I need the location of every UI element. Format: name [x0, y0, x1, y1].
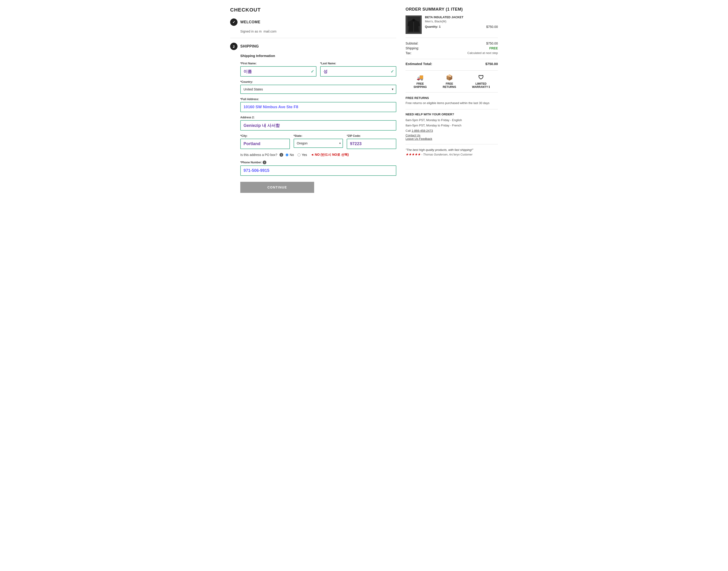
- first-name-input[interactable]: [240, 66, 316, 77]
- page-title: CHECKOUT: [230, 7, 396, 13]
- shipping-section-subtitle: Shipping Information: [240, 54, 396, 58]
- testimonial-quote: "The best high quality products, with fa…: [406, 148, 498, 152]
- last-name-label: *Last Name:: [320, 62, 396, 65]
- shipping-step-title: SHIPPING: [240, 44, 259, 48]
- city-wrapper: [240, 139, 290, 149]
- free-returns-perk-label: FREE RETURNS: [443, 82, 456, 89]
- address-group: *Full Address:: [240, 98, 396, 112]
- shipping-value: FREE: [489, 46, 498, 50]
- signed-in-row: Signed in as m mail.com: [240, 29, 396, 33]
- country-select[interactable]: United States Canada United Kingdom: [240, 85, 396, 94]
- po-box-info-icon[interactable]: i: [280, 153, 283, 157]
- tax-row: Tax: Calculated at next step: [406, 51, 498, 55]
- last-name-check-icon: ✓: [391, 69, 394, 74]
- shipping-label: Shipping:: [406, 46, 419, 50]
- need-help-box: NEED HELP WITH YOUR ORDER? 6am-5pm PST, …: [406, 113, 498, 144]
- section-divider: [230, 38, 396, 38]
- tax-label: Tax:: [406, 51, 412, 55]
- city-input[interactable]: [240, 139, 290, 149]
- help-line1: 6am-5pm PST, Monday to Friday - English: [406, 118, 462, 122]
- po-no-radio-item[interactable]: No: [286, 153, 294, 157]
- perks-row: 🚚 FREE SHIPPING 📦 FREE RETURNS 🛡 LIMITED…: [406, 70, 498, 93]
- perk-free-returns: 📦 FREE RETURNS: [443, 74, 456, 89]
- state-select-wrapper: Oregon California Washington New York Te…: [294, 139, 343, 148]
- product-row: BETA INSULATED JACKET Men's, Black(M) Qu…: [406, 15, 498, 38]
- address2-row: Address 2:: [240, 116, 396, 131]
- po-annotation: ◄ NO (반드시 NO로 선택): [311, 153, 349, 157]
- last-name-group: *Last Name: ✓: [320, 62, 396, 77]
- signed-in-email: mail.com: [264, 29, 277, 33]
- product-info: BETA INSULATED JACKET Men's, Black(M) Qu…: [425, 15, 498, 34]
- estimated-total-row: Estimated Total: $750.00: [406, 62, 498, 66]
- free-returns-title: FREE RETURNS: [406, 96, 498, 100]
- phone-info-icon[interactable]: i: [263, 160, 267, 164]
- country-row: *Country: United States Canada United Ki…: [240, 80, 396, 94]
- country-select-wrapper: United States Canada United Kingdom ▼: [240, 85, 396, 94]
- last-name-wrapper: ✓: [320, 66, 396, 77]
- leave-feedback-link[interactable]: Leave Us Feedback: [406, 137, 498, 140]
- welcome-step: ✓ WELCOME Signed in as m mail.com: [230, 18, 396, 33]
- left-column: CHECKOUT ✓ WELCOME Signed in as m mail.c…: [230, 7, 396, 198]
- cost-rows: Subtotal: $750.00 Shipping: FREE Tax: Ca…: [406, 41, 498, 59]
- country-label: *Country:: [240, 80, 396, 84]
- address-row: *Full Address:: [240, 98, 396, 112]
- shipping-step: 2 SHIPPING Shipping Information *First N…: [230, 43, 396, 193]
- welcome-step-header: ✓ WELCOME: [230, 18, 396, 26]
- po-yes-radio[interactable]: [298, 153, 301, 156]
- shipping-row: Shipping: FREE: [406, 46, 498, 50]
- product-qty-price: Quantity: 1 $750.00: [425, 25, 498, 29]
- po-no-radio[interactable]: [286, 153, 289, 156]
- state-select[interactable]: Oregon California Washington New York Te…: [294, 139, 343, 148]
- testimonial: "The best high quality products, with fa…: [406, 148, 498, 157]
- product-variant: Men's, Black(M): [425, 20, 498, 23]
- testimonial-stars: ★★★★★: [406, 152, 421, 156]
- welcome-step-title: WELCOME: [240, 20, 261, 24]
- address-label: *Full Address:: [240, 98, 396, 101]
- po-box-row: Is this address a PO box? i No Yes ◄ NO …: [240, 153, 396, 157]
- shipping-step-header: 2 SHIPPING: [230, 43, 396, 50]
- po-box-radio-group: No Yes ◄ NO (반드시 NO로 선택): [286, 153, 349, 157]
- limited-warranty-label: LIMITED WARRANTY ℹ: [472, 82, 490, 89]
- free-shipping-label: FREE SHIPPING: [414, 82, 427, 89]
- first-name-wrapper: ✓: [240, 66, 316, 77]
- right-column: ORDER SUMMARY (1 ITEM): [406, 7, 498, 198]
- product-name: BETA INSULATED JACKET: [425, 15, 498, 19]
- po-no-label: No: [290, 153, 294, 157]
- need-help-text: 6am-5pm PST, Monday to Friday - English …: [406, 117, 498, 134]
- estimated-total-value: $750.00: [486, 62, 498, 66]
- help-phone-prefix: Call: [406, 129, 412, 132]
- free-shipping-icon: 🚚: [417, 74, 424, 81]
- state-group: *State: Oregon California Washington New…: [294, 134, 343, 149]
- page-wrapper: CHECKOUT ✓ WELCOME Signed in as m mail.c…: [225, 0, 503, 204]
- jacket-svg: [407, 17, 420, 33]
- phone-group: *Phone Number: i: [240, 160, 396, 176]
- phone-row: *Phone Number: i: [240, 160, 396, 176]
- subtotal-row: Subtotal: $750.00: [406, 41, 498, 45]
- free-returns-box: FREE RETURNS Free returns on eligible it…: [406, 96, 498, 109]
- address-input[interactable]: [240, 102, 396, 112]
- city-group: *City:: [240, 134, 290, 149]
- testimonial-author: - Thomas Gundersen, Arc'teryx Customer: [421, 153, 473, 156]
- perk-free-shipping: 🚚 FREE SHIPPING: [414, 74, 427, 89]
- limited-warranty-icon: 🛡: [478, 74, 484, 81]
- continue-button[interactable]: CONTINUE: [240, 182, 314, 193]
- contact-us-link[interactable]: Contact Us: [406, 134, 498, 137]
- first-name-label: *First Name:: [240, 62, 316, 65]
- help-phone-link[interactable]: 1-866-458-2473: [412, 129, 433, 132]
- last-name-input[interactable]: [320, 66, 396, 77]
- shipping-form: *First Name: ✓ *Last Name: ✓: [240, 62, 396, 193]
- city-state-zip-row: *City: *State: Oregon California Washing…: [240, 134, 396, 149]
- zip-input[interactable]: [347, 139, 396, 149]
- estimated-total-label: Estimated Total:: [406, 62, 432, 66]
- free-returns-text: Free returns on eligible items purchased…: [406, 101, 498, 105]
- po-yes-radio-item[interactable]: Yes: [298, 153, 307, 157]
- phone-input[interactable]: [240, 165, 396, 176]
- subtotal-value: $750.00: [486, 41, 498, 45]
- first-name-group: *First Name: ✓: [240, 62, 316, 77]
- signed-in-prefix: Signed in as m: [240, 29, 262, 33]
- phone-label: *Phone Number: i: [240, 160, 396, 164]
- address2-input[interactable]: [240, 120, 396, 131]
- free-returns-icon: 📦: [446, 74, 453, 81]
- perk-limited-warranty: 🛡 LIMITED WARRANTY ℹ: [472, 74, 490, 89]
- first-name-check-icon: ✓: [311, 69, 314, 74]
